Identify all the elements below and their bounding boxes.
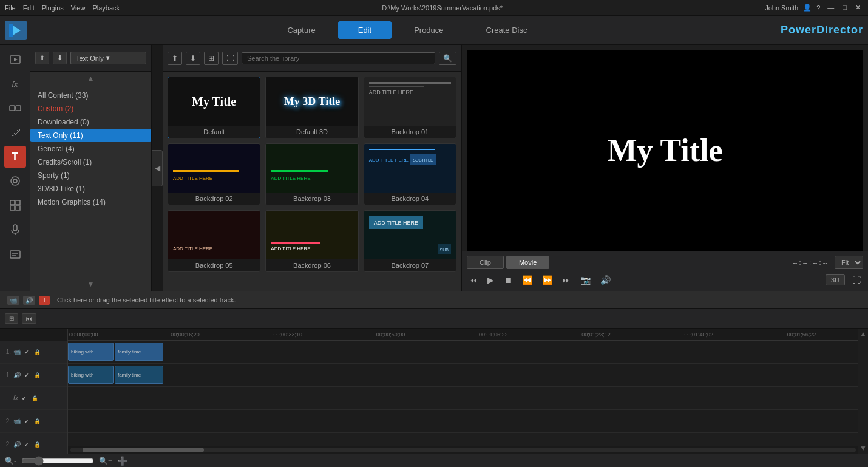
filter-label: Text Only [76,55,104,62]
track-checkbox-1a[interactable]: ✔ [23,372,30,379]
sidebar-icon-audio[interactable] [4,170,26,192]
tab-movie[interactable]: Movie [506,256,549,269]
menu-file[interactable]: File [5,4,16,12]
track-checkbox-2a[interactable]: ✔ [23,441,30,448]
track-lock-2[interactable]: 🔒 [33,418,42,425]
track-checkbox-2[interactable]: ✔ [23,418,30,425]
sidebar-icon-pen[interactable] [4,121,26,143]
grid-item-backdrop03[interactable]: ADD TITLE HERE Backdrop 03 [265,143,358,205]
category-sporty[interactable]: Sporty (1) [30,169,151,182]
clip-family1a[interactable]: family time [115,366,163,384]
clip-family1[interactable]: family time [115,343,163,361]
menu-view[interactable]: View [71,4,86,12]
frame-forward-button[interactable]: ⏭ [560,274,573,286]
fullscreen-button[interactable]: ⛶ [850,274,863,286]
menu-edit[interactable]: Edit [23,4,35,12]
track-checkbox-1[interactable]: ✔ [23,349,30,356]
sidebar-icon-media[interactable] [4,49,26,70]
close-button[interactable]: ✕ [853,4,863,12]
timeline-scrollbar[interactable] [68,446,858,454]
track-row-2a [68,433,858,446]
scroll-down-arrow[interactable]: ▼ [30,278,151,291]
sidebar-icon-transitions[interactable] [4,97,26,119]
category-motion-graphics[interactable]: Motion Graphics (14) [30,196,151,209]
grid-item-default-3d[interactable]: My 3D Title Default 3D [265,77,358,138]
search-button[interactable]: 🔍 [439,52,456,65]
timeline-ruler: 00;00;00;00 00;00;16;20 00;00;33;10 00;0… [68,329,858,341]
tab-clip[interactable]: Clip [467,256,504,269]
scroll-down-btn[interactable]: ▼ [858,443,868,454]
grid-item-backdrop07[interactable]: ADD TITLE HERE SUB Backdrop 07 [364,210,456,272]
search-input[interactable] [242,52,435,64]
clip-biking1a[interactable]: biking with [68,366,114,384]
grid-item-label-3d: Default 3D [266,126,358,138]
fit-select[interactable]: Fit [835,256,863,269]
rewind-button[interactable]: ⏪ [520,274,535,286]
svg-rect-16 [10,251,20,258]
category-all[interactable]: All Content (33) [30,89,151,102]
download-button[interactable]: ⬇ [53,52,67,64]
collapse-panel-button[interactable]: ◀ [152,150,163,186]
category-general[interactable]: General (4) [30,142,151,155]
category-downloaded[interactable]: Downloaded (0) [30,115,151,129]
grid-layout-button[interactable]: ⊞ [204,52,219,65]
sidebar-icon-microphone[interactable] [4,219,26,240]
menu-plugins[interactable]: Plugins [42,4,64,12]
filter-dropdown[interactable]: Text Only ▾ [70,52,146,64]
grid-item-backdrop04[interactable]: ADD TITLE HERE SUBTITLE Backdrop 04 [364,143,456,205]
zoom-slider[interactable] [21,456,94,466]
fast-forward-button[interactable]: ⏩ [540,274,555,286]
track-lock-2a[interactable]: 🔒 [33,441,42,448]
tab-capture[interactable]: Capture [267,21,335,39]
snapshot-button[interactable]: 📷 [578,274,593,286]
category-3d-like[interactable]: 3D/3D-Like (1) [30,182,151,196]
stop-button[interactable]: ⏹ [501,274,515,286]
track-row-2 [68,410,858,433]
grid-item-default[interactable]: My Title Default [168,77,260,138]
grid-item-backdrop01[interactable]: ADD TITLE HERE Backdrop 01 [364,77,456,138]
play-pause-button[interactable]: ▶ [485,274,497,286]
category-custom[interactable]: Custom (2) [30,102,151,115]
help-icon[interactable]: ? [816,4,820,12]
grid-view-download-button[interactable]: ⬇ [186,52,200,65]
track-lock-fx[interactable]: 🔒 [30,395,39,402]
3d-button[interactable]: 3D [826,274,845,285]
clip-biking1[interactable]: biking with [68,343,114,361]
grid-item-backdrop02[interactable]: ADD TITLE HERE Backdrop 02 [168,143,260,205]
grid-view-import-button[interactable]: ⬆ [168,52,182,65]
tab-edit[interactable]: Edit [338,21,392,39]
zoom-out-icon[interactable]: 🔍- [5,457,16,465]
timeline-jump-button[interactable]: ⏮ [22,313,36,324]
tab-produce[interactable]: Produce [394,21,463,39]
import-button[interactable]: ⬆ [35,52,49,64]
timeline-vertical-scrollbar[interactable]: ▲ ▼ [858,329,868,454]
minimize-button[interactable]: — [825,4,836,12]
track-row-1: biking with family time [68,341,858,364]
sidebar-icon-fx[interactable]: fx [4,73,26,95]
scroll-up-btn[interactable]: ▲ [858,329,868,339]
rewind-start-button[interactable]: ⏮ [467,274,480,286]
zoom-in-icon[interactable]: 🔍+ [99,457,112,465]
track-checkbox-fx[interactable]: ✔ [21,395,28,402]
title-bar-right: John Smith 👤 ? — □ ✕ [765,4,863,12]
sidebar-icon-grid[interactable] [4,194,26,216]
scrollbar-thumb[interactable] [83,448,204,452]
grid-expand-button[interactable]: ⛶ [222,52,238,65]
sidebar-icon-subtitles[interactable] [4,243,26,265]
maximize-button[interactable]: □ [840,4,849,12]
audio-button[interactable]: 🔊 [598,274,613,286]
playhead[interactable] [106,341,106,446]
sidebar-icon-title[interactable]: T [4,146,26,168]
track-lock-1[interactable]: 🔒 [33,349,42,356]
menu-playback[interactable]: Playback [92,4,120,12]
category-text-only[interactable]: Text Only (11) [30,129,151,142]
tab-create-disc[interactable]: Create Disc [466,21,548,39]
add-track-button[interactable]: ➕ [117,456,127,466]
grid-item-backdrop05[interactable]: ADD TITLE HERE Backdrop 05 [168,210,260,272]
scroll-up-arrow[interactable]: ▲ [30,72,151,85]
timeline-add-track-button[interactable]: ⊞ [5,313,18,324]
track-lock-1a[interactable]: 🔒 [33,372,42,379]
category-credits-scroll[interactable]: Credits/Scroll (1) [30,155,151,169]
grid-item-backdrop06[interactable]: ADD TITLE HERE Backdrop 06 [265,210,358,272]
track-type-icon-audio2: 🔊 [13,441,21,448]
